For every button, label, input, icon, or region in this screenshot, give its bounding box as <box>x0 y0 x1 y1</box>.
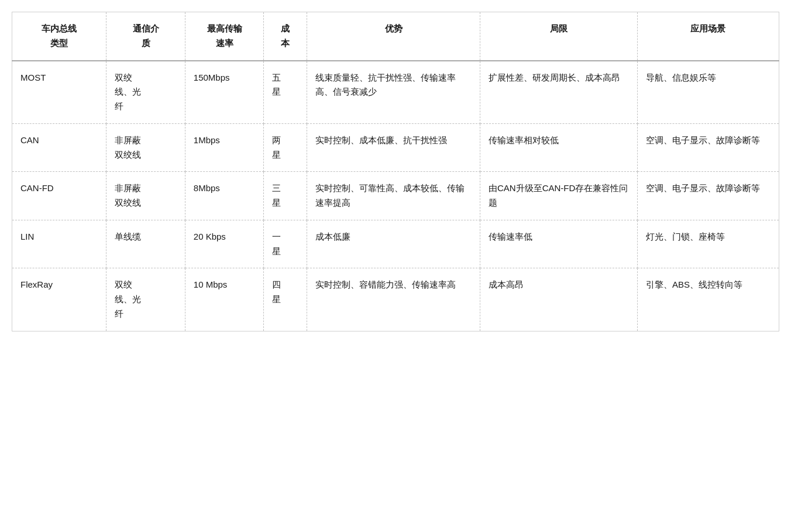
cell-type: FlexRay <box>12 268 106 331</box>
cell-cost: 四星 <box>264 268 307 331</box>
cell-cost: 两星 <box>264 123 307 172</box>
cell-medium: 双绞线、光纤 <box>106 268 185 331</box>
cell-limit: 传输速率低 <box>480 220 638 268</box>
header-scene: 应用场景 <box>637 12 779 61</box>
header-type: 车内总线类型 <box>12 12 106 61</box>
header-speed: 最高传输速率 <box>185 12 263 61</box>
cell-scene: 灯光、门锁、座椅等 <box>637 220 779 268</box>
cell-speed: 150Mbps <box>185 61 263 124</box>
cell-cost: 一星 <box>264 220 307 268</box>
cell-type: LIN <box>12 220 106 268</box>
comparison-table: 车内总线类型 通信介质 最高传输速率 成本 优势 局限 应用场景 MOST双绞线… <box>12 12 779 331</box>
cell-medium: 非屏蔽双绞线 <box>106 172 185 220</box>
cell-speed: 8Mbps <box>185 172 263 220</box>
cell-type: CAN-FD <box>12 172 106 220</box>
cell-advantage: 线束质量轻、抗干扰性强、传输速率高、信号衰减少 <box>307 61 480 124</box>
table-row: LIN单线缆20 Kbps一星成本低廉传输速率低灯光、门锁、座椅等 <box>12 220 779 268</box>
cell-limit: 成本高昂 <box>480 268 638 331</box>
cell-limit: 传输速率相对较低 <box>480 123 638 172</box>
cell-advantage: 实时控制、成本低廉、抗干扰性强 <box>307 123 480 172</box>
cell-advantage: 实时控制、容错能力强、传输速率高 <box>307 268 480 331</box>
cell-scene: 空调、电子显示、故障诊断等 <box>637 172 779 220</box>
table-row: CAN-FD非屏蔽双绞线8Mbps三星实时控制、可靠性高、成本较低、传输速率提高… <box>12 172 779 220</box>
table-row: MOST双绞线、光纤150Mbps五星线束质量轻、抗干扰性强、传输速率高、信号衰… <box>12 61 779 124</box>
cell-speed: 1Mbps <box>185 123 263 172</box>
cell-limit: 由CAN升级至CAN-FD存在兼容性问题 <box>480 172 638 220</box>
cell-medium: 非屏蔽双绞线 <box>106 123 185 172</box>
header-limit: 局限 <box>480 12 638 61</box>
cell-speed: 20 Kbps <box>185 220 263 268</box>
cell-limit: 扩展性差、研发周期长、成本高昂 <box>480 61 638 124</box>
table-row: CAN非屏蔽双绞线1Mbps两星实时控制、成本低廉、抗干扰性强传输速率相对较低空… <box>12 123 779 172</box>
cell-medium: 单线缆 <box>106 220 185 268</box>
header-cost: 成本 <box>264 12 307 61</box>
header-advantage: 优势 <box>307 12 480 61</box>
cell-cost: 三星 <box>264 172 307 220</box>
header-medium: 通信介质 <box>106 12 185 61</box>
table-header-row: 车内总线类型 通信介质 最高传输速率 成本 优势 局限 应用场景 <box>12 12 779 61</box>
cell-scene: 空调、电子显示、故障诊断等 <box>637 123 779 172</box>
cell-advantage: 实时控制、可靠性高、成本较低、传输速率提高 <box>307 172 480 220</box>
cell-type: CAN <box>12 123 106 172</box>
cell-type: MOST <box>12 61 106 124</box>
cell-speed: 10 Mbps <box>185 268 263 331</box>
cell-scene: 导航、信息娱乐等 <box>637 61 779 124</box>
cell-medium: 双绞线、光纤 <box>106 61 185 124</box>
cell-advantage: 成本低廉 <box>307 220 480 268</box>
cell-cost: 五星 <box>264 61 307 124</box>
cell-scene: 引擎、ABS、线控转向等 <box>637 268 779 331</box>
table-row: FlexRay双绞线、光纤10 Mbps四星实时控制、容错能力强、传输速率高成本… <box>12 268 779 331</box>
